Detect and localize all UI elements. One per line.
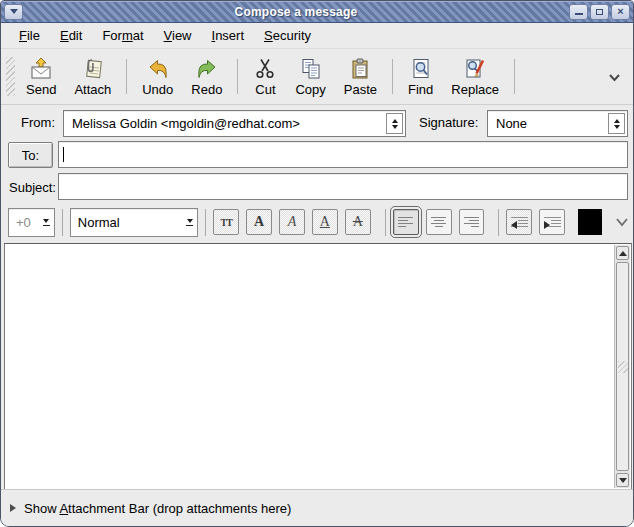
- align-right-icon: [463, 217, 479, 227]
- toolbar-separator: [392, 59, 393, 94]
- cut-icon: [253, 57, 277, 81]
- arrow-down-icon: [619, 478, 627, 483]
- format-separator: [205, 209, 206, 236]
- attach-button[interactable]: Attach: [65, 51, 120, 102]
- align-left-toggle[interactable]: [393, 209, 419, 235]
- menu-format[interactable]: Format: [92, 25, 153, 46]
- compose-window: Compose a message × File Edit Format Vie…: [0, 0, 634, 527]
- typewriter-toggle[interactable]: TT: [213, 209, 239, 235]
- message-body-editor[interactable]: [4, 243, 632, 490]
- toolbar-overflow-button[interactable]: [602, 64, 627, 90]
- dropdown-arrow-icon: [186, 209, 193, 236]
- scroll-down-button[interactable]: [616, 473, 629, 487]
- menubar: File Edit Format View Insert Security: [1, 23, 633, 49]
- from-label: From:: [1, 115, 55, 130]
- scrollbar-thumb[interactable]: [616, 262, 629, 471]
- menu-insert[interactable]: Insert: [202, 25, 255, 46]
- undo-button[interactable]: Undo: [133, 51, 182, 102]
- close-button[interactable]: ×: [611, 4, 630, 20]
- maximize-button[interactable]: [590, 4, 609, 20]
- subject-input[interactable]: [58, 173, 628, 200]
- unindent-button[interactable]: [506, 209, 532, 235]
- scroll-up-button[interactable]: [616, 246, 629, 260]
- signature-select[interactable]: None: [487, 110, 628, 137]
- align-center-toggle[interactable]: [426, 209, 452, 235]
- cut-button[interactable]: Cut: [244, 51, 286, 102]
- copy-icon: [299, 57, 323, 81]
- undo-icon: [146, 57, 170, 81]
- attachment-bar-label: Show Attachment Bar (drop attachments he…: [24, 501, 291, 516]
- signature-value: None: [496, 116, 527, 131]
- send-icon: [29, 57, 53, 81]
- format-toolbar: +0 Normal TT A A A A: [1, 202, 633, 242]
- main-toolbar: Send Attach Undo Redo: [1, 49, 633, 105]
- format-separator: [498, 209, 499, 236]
- subject-label: Subject:: [9, 180, 56, 195]
- italic-icon: A: [288, 215, 297, 229]
- paragraph-style-value: Normal: [78, 215, 120, 230]
- titlebar: Compose a message ×: [1, 1, 633, 23]
- combo-arrows-icon: [386, 113, 403, 134]
- paste-button[interactable]: Paste: [335, 51, 386, 102]
- to-button[interactable]: To:: [8, 142, 53, 168]
- replace-icon: [463, 57, 487, 81]
- toolbar-grip[interactable]: [6, 57, 15, 96]
- send-button[interactable]: Send: [17, 51, 65, 102]
- maximize-icon: [596, 9, 603, 15]
- format-overflow-button[interactable]: [611, 211, 633, 233]
- menu-view[interactable]: View: [154, 25, 202, 46]
- underline-icon: A: [320, 215, 330, 229]
- attach-icon: [81, 57, 105, 81]
- strikethrough-toggle[interactable]: A: [345, 209, 371, 235]
- bold-icon: A: [254, 215, 264, 229]
- scrollbar-grip-icon: [618, 361, 628, 373]
- font-size-select[interactable]: +0: [8, 208, 55, 237]
- redo-icon: [195, 57, 219, 81]
- from-select[interactable]: Melissa Goldin <mgoldin@redhat.com>: [63, 110, 406, 137]
- indent-button[interactable]: [539, 209, 565, 235]
- indent-icon: [544, 217, 561, 227]
- unindent-icon: [511, 217, 528, 227]
- strikethrough-icon: A: [353, 215, 363, 229]
- dropdown-arrow-icon: [43, 209, 50, 236]
- format-separator: [385, 209, 386, 236]
- find-button[interactable]: Find: [399, 51, 442, 102]
- to-input[interactable]: [58, 141, 628, 168]
- editor-scrollbar[interactable]: [614, 245, 630, 488]
- arrow-up-icon: [619, 251, 627, 256]
- minimize-button[interactable]: [569, 4, 588, 20]
- window-menu-button[interactable]: [4, 4, 23, 20]
- italic-toggle[interactable]: A: [279, 209, 305, 235]
- toolbar-separator: [237, 59, 238, 94]
- paste-icon: [348, 57, 372, 81]
- toolbar-separator: [514, 59, 515, 94]
- align-left-icon: [398, 217, 414, 227]
- attachment-bar-expander[interactable]: Show Attachment Bar (drop attachments he…: [1, 489, 633, 526]
- find-icon: [409, 57, 433, 81]
- window-title: Compose a message: [25, 5, 567, 19]
- menu-file[interactable]: File: [9, 25, 50, 46]
- redo-button[interactable]: Redo: [182, 51, 231, 102]
- chevron-down-icon: [10, 8, 18, 16]
- text-caret: [63, 147, 64, 162]
- font-size-value: +0: [16, 215, 31, 230]
- align-right-toggle[interactable]: [459, 209, 485, 235]
- chevron-down-icon: [608, 73, 621, 82]
- paragraph-style-select[interactable]: Normal: [70, 208, 198, 237]
- typewriter-icon: TT: [221, 217, 232, 228]
- text-color-button[interactable]: [578, 209, 602, 235]
- replace-button[interactable]: Replace: [442, 51, 508, 102]
- copy-button[interactable]: Copy: [286, 51, 334, 102]
- minimize-icon: [575, 13, 583, 15]
- bold-toggle[interactable]: A: [246, 209, 272, 235]
- align-center-icon: [431, 217, 447, 227]
- expander-triangle-icon: [10, 504, 16, 512]
- combo-arrows-icon: [608, 113, 625, 134]
- toolbar-separator: [126, 59, 127, 94]
- format-separator: [62, 209, 63, 236]
- menu-security[interactable]: Security: [254, 25, 321, 46]
- underline-toggle[interactable]: A: [312, 209, 338, 235]
- menu-edit[interactable]: Edit: [50, 25, 92, 46]
- signature-label: Signature:: [419, 115, 478, 130]
- close-icon: ×: [617, 6, 623, 17]
